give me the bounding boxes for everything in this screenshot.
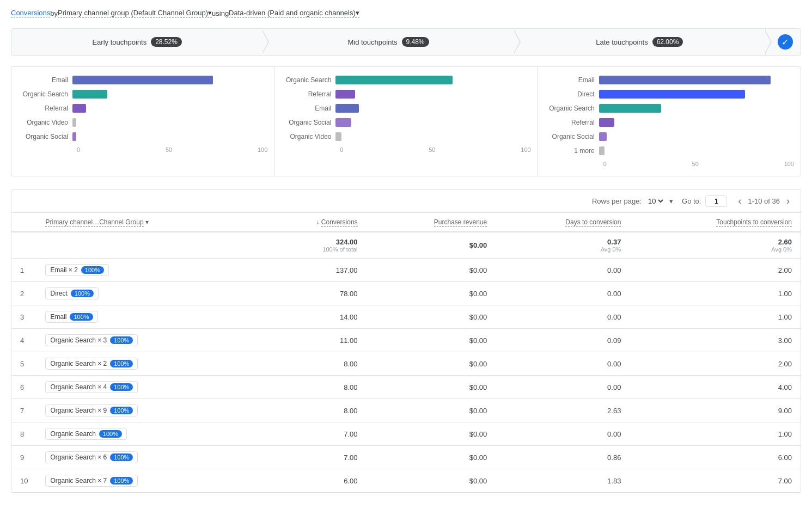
row-touchpoints: 1.00 bbox=[630, 282, 801, 305]
channel-badge[interactable]: Organic Search × 3 100% bbox=[45, 334, 138, 346]
row-conversions: 11.00 bbox=[258, 329, 366, 352]
touchpoint-mid[interactable]: Mid touchpoints 9.48% bbox=[262, 29, 514, 54]
channel-badge[interactable]: Organic Search × 4 100% bbox=[45, 381, 138, 393]
chart-bar-container bbox=[599, 118, 794, 127]
channel-badge[interactable]: Organic Search × 9 100% bbox=[45, 404, 138, 416]
channel-badge[interactable]: Organic Search × 2 100% bbox=[45, 358, 138, 370]
row-revenue: $0.00 bbox=[367, 446, 496, 469]
channel-badge[interactable]: Email 100% bbox=[45, 311, 97, 323]
checkmark-icon: ✓ bbox=[778, 34, 793, 50]
row-number: 9 bbox=[11, 446, 36, 469]
pagination-info: ‹ 1-10 of 36 › bbox=[736, 195, 792, 207]
chart-bar bbox=[599, 90, 746, 99]
table-row: 10 Organic Search × 7 100% 6.00 $0.00 1.… bbox=[11, 469, 801, 493]
row-number: 6 bbox=[11, 376, 36, 399]
table-header-row: Primary channel…Channel Group ▾ ↓ Conver… bbox=[11, 213, 801, 232]
early-badge: 28.52% bbox=[151, 37, 182, 47]
row-revenue: $0.00 bbox=[367, 305, 496, 329]
header-channel-group[interactable]: Primary channel group (Default Channel G… bbox=[58, 9, 212, 17]
col-touchpoints[interactable]: Touchpoints to conversion bbox=[630, 213, 801, 232]
channel-name: Organic Search × 4 bbox=[50, 383, 107, 391]
channel-badge[interactable]: Organic Search × 7 100% bbox=[45, 475, 138, 487]
charts-section: EmailOrganic SearchReferralOrganic Video… bbox=[11, 66, 801, 176]
chart-bar-row: Organic Search bbox=[281, 76, 530, 84]
totals-revenue: $0.00 bbox=[367, 232, 496, 259]
row-touchpoints: 7.00 bbox=[630, 469, 801, 493]
pct-badge: 100% bbox=[99, 430, 122, 438]
touchpoint-early[interactable]: Early touchpoints 28.52% bbox=[11, 29, 262, 54]
channel-name: Organic Search bbox=[50, 430, 95, 438]
row-number: 4 bbox=[11, 329, 36, 352]
totals-channel bbox=[36, 232, 258, 259]
table-row: 9 Organic Search × 6 100% 7.00 $0.00 0.8… bbox=[11, 446, 801, 469]
channel-name: Organic Search × 9 bbox=[50, 407, 107, 414]
channel-badge[interactable]: Organic Search × 6 100% bbox=[45, 451, 138, 463]
chart-bar bbox=[599, 118, 615, 127]
touchpoints-banner: Early touchpoints 28.52% Mid touchpoints… bbox=[11, 28, 801, 56]
pct-badge: 100% bbox=[71, 290, 94, 297]
row-channel: Email × 2 100% bbox=[36, 259, 258, 282]
chart-bar-row: Organic Video bbox=[281, 132, 530, 141]
pct-badge: 100% bbox=[81, 266, 104, 274]
row-channel: Organic Search × 6 100% bbox=[36, 446, 258, 469]
row-channel: Direct 100% bbox=[36, 282, 258, 305]
row-touchpoints: 2.00 bbox=[630, 352, 801, 376]
page-container: Conversions by Primary channel group (De… bbox=[0, 0, 812, 502]
late-label: Late touchpoints bbox=[596, 38, 648, 46]
col-conversions[interactable]: ↓ Conversions bbox=[258, 213, 366, 232]
col-days[interactable]: Days to conversion bbox=[496, 213, 630, 232]
channel-name: Organic Search × 3 bbox=[50, 336, 107, 344]
table-row: 4 Organic Search × 3 100% 11.00 $0.00 0.… bbox=[11, 329, 801, 352]
row-conversions: 6.00 bbox=[258, 469, 366, 493]
next-page-button[interactable]: › bbox=[784, 195, 792, 207]
row-conversions: 14.00 bbox=[258, 305, 366, 329]
totals-conversions: 324.00 100% of total bbox=[258, 232, 366, 259]
chart-bar-row: Referral bbox=[281, 90, 530, 99]
chart-bar-container bbox=[335, 76, 530, 84]
row-number: 3 bbox=[11, 305, 36, 329]
rows-per-page-select[interactable]: 10 25 50 bbox=[646, 197, 665, 206]
pct-badge: 100% bbox=[70, 313, 93, 321]
chart-bar-label: Email bbox=[18, 76, 72, 84]
row-days: 0.00 bbox=[496, 352, 630, 376]
channel-badge[interactable]: Direct 100% bbox=[45, 287, 98, 299]
chart-bar bbox=[599, 132, 607, 141]
table-controls: Rows per page: 10 25 50 ▾ Go to: ‹ 1-10 … bbox=[11, 190, 801, 213]
row-revenue: $0.00 bbox=[367, 282, 496, 305]
header-model[interactable]: Data-driven (Paid and organic channels)▾ bbox=[229, 9, 359, 17]
chart-bar-container bbox=[335, 90, 530, 99]
row-channel: Email 100% bbox=[36, 305, 258, 329]
chart-panel-1: Organic SearchReferralEmailOrganic Socia… bbox=[274, 67, 538, 176]
totals-num bbox=[11, 232, 36, 259]
goto-input[interactable] bbox=[705, 195, 727, 207]
page-title[interactable]: Conversions bbox=[11, 9, 50, 17]
row-days: 0.00 bbox=[496, 305, 630, 329]
row-conversions: 8.00 bbox=[258, 399, 366, 422]
col-channel[interactable]: Primary channel…Channel Group ▾ bbox=[36, 213, 258, 232]
channel-badge[interactable]: Organic Search 100% bbox=[45, 428, 127, 440]
pct-badge: 100% bbox=[110, 453, 133, 461]
row-touchpoints: 3.00 bbox=[630, 329, 801, 352]
row-days: 0.00 bbox=[496, 376, 630, 399]
chart-bar-row: Email bbox=[545, 76, 794, 84]
mid-badge: 9.48% bbox=[402, 37, 429, 47]
row-touchpoints: 6.00 bbox=[630, 446, 801, 469]
channel-name: Organic Search × 2 bbox=[50, 360, 107, 367]
prev-page-button[interactable]: ‹ bbox=[736, 195, 743, 207]
row-conversions: 78.00 bbox=[258, 282, 366, 305]
pct-badge: 100% bbox=[110, 336, 133, 344]
chart-bar bbox=[72, 118, 76, 127]
chart-bar-container bbox=[335, 104, 530, 113]
table-row: 8 Organic Search 100% 7.00 $0.00 0.00 1.… bbox=[11, 422, 801, 446]
row-revenue: $0.00 bbox=[367, 259, 496, 282]
channel-badge[interactable]: Email × 2 100% bbox=[45, 264, 109, 276]
col-revenue[interactable]: Purchase revenue bbox=[367, 213, 496, 232]
chart-axis: 050100 bbox=[281, 146, 530, 153]
row-touchpoints: 1.00 bbox=[630, 305, 801, 329]
row-number: 7 bbox=[11, 399, 36, 422]
touchpoint-late[interactable]: Late touchpoints 62.00% bbox=[514, 29, 765, 54]
channel-name: Organic Search × 7 bbox=[50, 477, 107, 485]
chart-bar-container bbox=[599, 90, 794, 99]
data-table: Primary channel…Channel Group ▾ ↓ Conver… bbox=[11, 213, 801, 493]
chart-bar-row: Organic Social bbox=[18, 132, 267, 141]
